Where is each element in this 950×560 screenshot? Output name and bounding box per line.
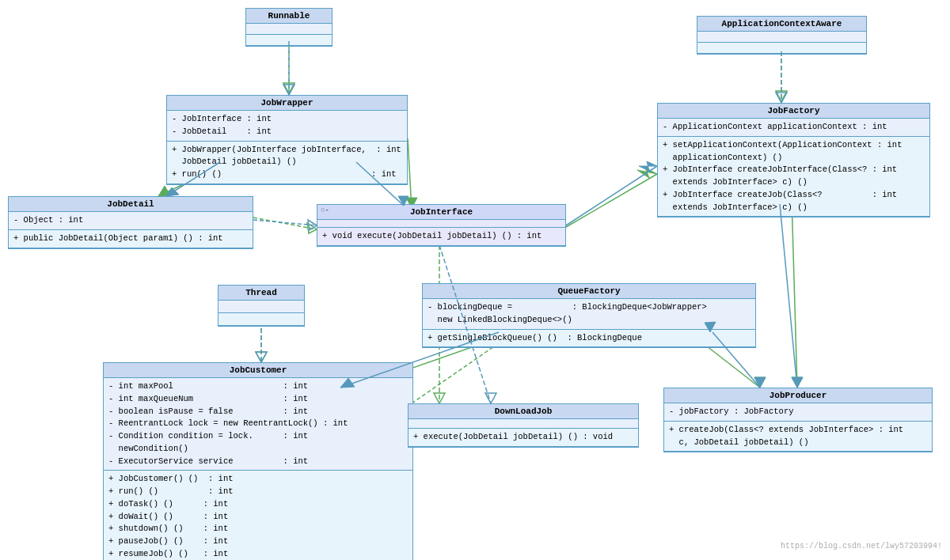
- jobWrapper-attrs: - JobInterface : int - JobDetail : int: [167, 111, 407, 142]
- queueFactory-method-1: + getSingleBlockQueue() () : BlockingDeq…: [428, 332, 750, 345]
- queueFactory-methods: + getSingleBlockQueue() () : BlockingDeq…: [423, 330, 755, 348]
- jobFactory-method-1: + setApplicationContext(ApplicationConte…: [663, 139, 925, 152]
- jobWrapper-methods: + JobWrapper(JobInterface jobInterface, …: [167, 142, 407, 184]
- jobFactory-box: JobFactory - ApplicationContext applicat…: [657, 103, 930, 218]
- svg-line-32: [253, 220, 317, 225]
- jobCustomer-attr-2: - int maxQueueNum : int: [108, 393, 408, 406]
- runnable-header: Runnable: [246, 9, 332, 24]
- downLoadJob-methods: + execute(JobDetail jobDetail) () : void: [408, 429, 638, 447]
- jobDetail-box: JobDetail - Object : int + public JobDet…: [8, 196, 253, 249]
- jobFactory-label: JobFactory: [767, 106, 819, 115]
- svg-marker-13: [256, 352, 267, 362]
- svg-line-21: [792, 198, 797, 388]
- queueFactory-box: QueueFactory - blockingDeque = : Blockin…: [422, 283, 756, 348]
- jobWrapper-method-2: JobDetail jobDetail) (): [172, 156, 402, 168]
- queueFactory-attr-2: new LinkedBlockingDeque<>(): [428, 314, 750, 327]
- jobFactory-method-3: + JobInterface createJobInterface(Class<…: [663, 164, 925, 176]
- watermark: https://blog.csdn.net/lwy57203994!: [781, 542, 942, 551]
- downLoadJob-attrs: [408, 419, 638, 429]
- svg-marker-20: [754, 377, 766, 388]
- jobInterface-box: ○- JobInterface + void execute(JobDetail…: [317, 204, 566, 247]
- jobProducer-box: JobProducer - jobFactory : JobFactory + …: [663, 388, 933, 452]
- svg-marker-46: [792, 377, 803, 388]
- jobFactory-method-2: applicationContext) (): [663, 152, 925, 165]
- jobProducer-attrs: - jobFactory : JobFactory: [664, 403, 932, 422]
- downLoadJob-label: DownLoadJob: [495, 407, 553, 416]
- jobDetail-attrs: - Object : int: [9, 212, 253, 230]
- runnable-label: Runnable: [268, 11, 310, 21]
- applicationContextAware-methods: [697, 43, 866, 54]
- jobProducer-label: JobProducer: [770, 391, 827, 400]
- queueFactory-attr-1: - blockingDeque = : BlockingDeque<JobWra…: [428, 301, 750, 314]
- jobProducer-method-2: c, JobDetail jobDetail) (): [669, 437, 927, 449]
- svg-line-10: [562, 174, 657, 229]
- svg-marker-25: [283, 85, 294, 95]
- jobFactory-method-4: extends JobInterface> c) (): [663, 176, 925, 189]
- svg-marker-11: [637, 168, 657, 178]
- jobFactory-methods: + setApplicationContext(ApplicationConte…: [658, 137, 929, 218]
- jobFactory-header: JobFactory: [658, 104, 929, 119]
- runnable-box: Runnable: [245, 8, 332, 47]
- jobWrapper-label: JobWrapper: [260, 98, 313, 108]
- queueFactory-header: QueueFactory: [423, 284, 755, 299]
- svg-marker-9: [307, 223, 317, 233]
- applicationContextAware-box: ApplicationContextAware: [697, 16, 867, 55]
- jobProducer-methods: + createJob(Class<? extends JobInterface…: [664, 422, 932, 452]
- jobDetail-method-1: + public JobDetail(Object param1) () : i…: [13, 233, 248, 245]
- jobWrapper-method-1: + JobWrapper(JobInterface jobInterface, …: [172, 144, 402, 157]
- jobWrapper-box: JobWrapper - JobInterface : int - JobDet…: [166, 95, 408, 185]
- downLoadJob-header: DownLoadJob: [408, 404, 638, 419]
- jobCustomer-attr-4: - ReentrantLock lock = new ReentrantLock…: [108, 418, 408, 430]
- jobCustomer-method-3: + doTask() () : int: [108, 498, 408, 511]
- jobDetail-methods: + public JobDetail(Object param1) () : i…: [9, 230, 253, 248]
- runnable-attrs: [246, 24, 332, 35]
- svg-line-8: [253, 218, 317, 229]
- jobInterface-method-1: + void execute(JobDetail jobDetail) () :…: [322, 230, 560, 243]
- thread-label: Thread: [245, 288, 277, 297]
- svg-marker-44: [754, 377, 766, 388]
- thread-box: Thread: [218, 285, 305, 327]
- jobWrapper-method-3: + run() () : int: [172, 168, 402, 181]
- jobCustomer-methods: + JobCustomer() () : int + run() () : in…: [104, 471, 412, 560]
- jobCustomer-attr-5: - Condition condition = lock. : int: [108, 430, 408, 443]
- jobCustomer-method-7: + resumeJob() () : int: [108, 548, 408, 560]
- jobProducer-attr-1: - jobFactory : JobFactory: [669, 406, 927, 418]
- queueFactory-label: QueueFactory: [557, 286, 620, 296]
- svg-marker-37: [256, 352, 267, 362]
- downLoadJob-box: DownLoadJob + execute(JobDetail jobDetai…: [408, 403, 639, 448]
- jobWrapper-header: JobWrapper: [167, 96, 407, 111]
- svg-marker-29: [166, 187, 179, 196]
- svg-marker-35: [639, 161, 657, 171]
- jobFactory-method-5: + JobInterface createJob(Class<? : int: [663, 189, 925, 202]
- svg-marker-39: [485, 393, 496, 403]
- jobCustomer-attrs: - int maxPool : int - int maxQueueNum : …: [104, 378, 412, 471]
- jobCustomer-method-6: + pauseJob() () : int: [108, 535, 408, 548]
- diagram-container: Runnable ApplicationContextAware JobWrap…: [0, 0, 950, 560]
- jobInterface-header: ○- JobInterface: [317, 205, 565, 220]
- jobCustomer-method-5: + shutdown() () : int: [108, 523, 408, 535]
- svg-marker-15: [434, 393, 445, 403]
- svg-marker-1: [283, 83, 294, 93]
- jobDetail-header: JobDetail: [9, 197, 253, 212]
- jobProducer-method-1: + createJob(Class<? extends JobInterface…: [669, 424, 927, 437]
- runnable-methods: [246, 35, 332, 46]
- jobCustomer-label: JobCustomer: [230, 365, 287, 375]
- jobCustomer-attr-7: - ExecutorService service : int: [108, 456, 408, 468]
- svg-marker-22: [792, 377, 803, 388]
- jobFactory-method-6: extends JobInterface> c) (): [663, 202, 925, 214]
- jobCustomer-attr-1: - int maxPool : int: [108, 380, 408, 393]
- jobCustomer-method-4: + doWait() () : int: [108, 511, 408, 524]
- svg-marker-5: [158, 186, 170, 196]
- applicationContextAware-label: ApplicationContextAware: [722, 19, 842, 28]
- jobFactory-attrs: - ApplicationContext applicationContext …: [658, 119, 929, 137]
- jobCustomer-attr-6: newCondition(): [108, 443, 408, 456]
- thread-header: Thread: [218, 286, 304, 301]
- jobCustomer-header: JobCustomer: [104, 363, 412, 378]
- jobFactory-attr-1: - ApplicationContext applicationContext …: [663, 121, 925, 134]
- thread-attrs: [218, 301, 304, 313]
- svg-line-34: [566, 166, 657, 225]
- svg-marker-27: [776, 93, 787, 103]
- svg-line-45: [780, 204, 797, 388]
- downLoadJob-method-1: + execute(JobDetail jobDetail) () : void: [413, 431, 633, 444]
- jobInterface-methods: + void execute(JobDetail jobDetail) () :…: [317, 228, 565, 246]
